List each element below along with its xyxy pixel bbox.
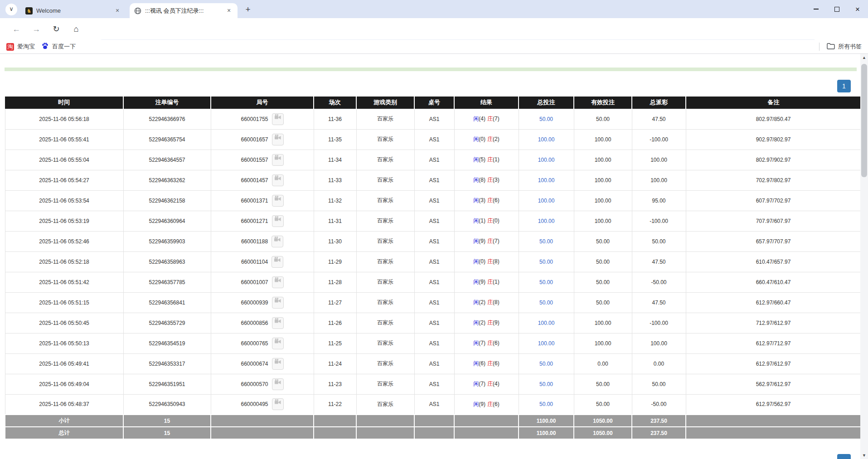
- cell-remark: 612.97/562.97: [686, 394, 861, 415]
- video-replay-icon[interactable]: [272, 276, 284, 288]
- total-bet-link[interactable]: 50.00: [539, 300, 553, 306]
- total-bet-link[interactable]: 100.00: [538, 340, 555, 347]
- cell-remark: 902.97/802.97: [686, 129, 861, 150]
- cell-round-no: 660001371: [211, 190, 314, 211]
- cell-total-bet[interactable]: 100.00: [519, 129, 574, 150]
- video-replay-icon[interactable]: [272, 215, 284, 227]
- tab-close-icon[interactable]: ×: [113, 7, 121, 15]
- tab-close-icon[interactable]: ×: [225, 7, 233, 15]
- total-bet-link[interactable]: 50.00: [539, 279, 553, 285]
- col-round-no: 局号: [211, 97, 314, 109]
- result-player: 闲(1): [473, 217, 485, 224]
- subtotal-row: 小计 15 1100.00 1050.00 237.50: [5, 415, 861, 427]
- cell-total-bet[interactable]: 100.00: [519, 333, 574, 353]
- scrollbar-thumb[interactable]: [861, 64, 867, 177]
- total-bet-link[interactable]: 100.00: [538, 136, 555, 143]
- window-maximize-icon[interactable]: [826, 0, 847, 18]
- cell-valid-bet: 50.00: [574, 374, 632, 394]
- total-bet-link[interactable]: 50.00: [539, 401, 553, 407]
- cell-round-no: 660001007: [211, 272, 314, 292]
- total-bet-link[interactable]: 100.00: [538, 177, 555, 184]
- result-player: 闲(9): [473, 401, 485, 407]
- cell-result: 闲(0)庄(2): [454, 129, 519, 150]
- video-replay-icon[interactable]: [272, 398, 284, 410]
- tab-welcome[interactable]: ♞ Welcome ×: [21, 3, 126, 18]
- video-replay-icon[interactable]: [272, 358, 284, 370]
- cell-total-bet[interactable]: 50.00: [519, 272, 574, 292]
- back-icon[interactable]: ←: [9, 22, 24, 36]
- window-close-icon[interactable]: ×: [847, 0, 868, 18]
- video-replay-icon[interactable]: [272, 297, 284, 309]
- round-number: 660000495: [241, 401, 268, 407]
- vertical-scrollbar[interactable]: ▲ ▼: [860, 54, 868, 459]
- video-replay-icon[interactable]: [272, 338, 284, 349]
- video-replay-icon[interactable]: [272, 256, 283, 268]
- home-icon[interactable]: ⌂: [69, 22, 83, 36]
- total-bet-link[interactable]: 50.00: [539, 259, 553, 265]
- pagination-bottom-button[interactable]: [837, 454, 851, 459]
- table-row: 2025-11-06 05:54:27 522946363262 6600014…: [5, 170, 861, 190]
- cell-payout: -50.00: [632, 272, 686, 292]
- total-bet-link[interactable]: 100.00: [538, 218, 555, 224]
- result-banker: 庄(6): [487, 360, 499, 367]
- tab-search-icon[interactable]: ∨: [5, 4, 17, 15]
- cell-total-bet[interactable]: 50.00: [519, 292, 574, 313]
- all-bookmarks-label[interactable]: 所有书签: [838, 43, 862, 51]
- cell-session: 11-23: [314, 374, 356, 394]
- new-tab-icon[interactable]: +: [242, 4, 254, 16]
- total-bet-link[interactable]: 50.00: [539, 381, 553, 387]
- table-row: 2025-11-06 05:52:46 522946359903 6600011…: [5, 231, 861, 251]
- cell-total-bet[interactable]: 50.00: [519, 109, 574, 129]
- cell-total-bet[interactable]: 50.00: [519, 394, 574, 415]
- cell-total-bet[interactable]: 50.00: [519, 374, 574, 394]
- cell-payout: -100.00: [632, 129, 686, 150]
- cell-table-no: AS1: [414, 353, 454, 374]
- tab-title: :::视讯 会员下注纪录:::: [145, 7, 225, 15]
- cell-remark: 610.47/657.97: [686, 251, 861, 272]
- result-banker: 庄(9): [487, 319, 499, 326]
- reload-icon[interactable]: ↻: [49, 22, 63, 36]
- cell-round-no: 660000674: [211, 353, 314, 374]
- cell-remark: 712.97/612.97: [686, 313, 861, 333]
- total-bet-link[interactable]: 50.00: [539, 238, 553, 245]
- total-bet-link[interactable]: 100.00: [538, 198, 555, 204]
- scroll-up-icon[interactable]: ▲: [860, 54, 868, 61]
- round-number: 660001755: [241, 116, 268, 122]
- cell-total-bet[interactable]: 100.00: [519, 211, 574, 231]
- cell-valid-bet: 100.00: [574, 313, 632, 333]
- result-banker: 庄(3): [487, 177, 499, 183]
- cell-total-bet[interactable]: 100.00: [519, 313, 574, 333]
- cell-total-bet[interactable]: 100.00: [519, 170, 574, 190]
- cell-total-bet[interactable]: 50.00: [519, 353, 574, 374]
- video-replay-icon[interactable]: [272, 317, 284, 329]
- cell-session: 11-36: [314, 109, 356, 129]
- bookmark-taobao[interactable]: 淘 爱淘宝: [6, 43, 35, 51]
- total-bet-link[interactable]: 100.00: [538, 157, 555, 163]
- video-replay-icon[interactable]: [272, 378, 284, 390]
- cell-table-no: AS1: [414, 313, 454, 333]
- total-bet-link[interactable]: 100.00: [538, 320, 555, 326]
- cell-valid-bet: 100.00: [574, 333, 632, 353]
- bookmark-baidu[interactable]: 百度一下: [41, 42, 76, 51]
- welcome-favicon-icon: ♞: [25, 7, 33, 14]
- scroll-down-icon[interactable]: ▼: [860, 452, 868, 459]
- window-minimize-icon[interactable]: [805, 0, 826, 18]
- tab-bet-record[interactable]: :::视讯 会员下注纪录::: ×: [130, 3, 238, 18]
- pagination-page-1-button[interactable]: 1: [837, 80, 851, 92]
- forward-icon[interactable]: →: [29, 22, 44, 36]
- video-replay-icon[interactable]: [272, 236, 283, 247]
- total-bet-link[interactable]: 50.00: [539, 116, 553, 122]
- cell-bet-no: 522946366976: [123, 109, 211, 129]
- video-replay-icon[interactable]: [272, 174, 284, 186]
- cell-total-bet[interactable]: 100.00: [519, 190, 574, 211]
- cell-total-bet[interactable]: 50.00: [519, 251, 574, 272]
- video-replay-icon[interactable]: [272, 154, 284, 166]
- cell-game-type: 百家乐: [356, 231, 414, 251]
- total-bet-link[interactable]: 50.00: [539, 361, 553, 367]
- cell-payout: 0.00: [632, 353, 686, 374]
- video-replay-icon[interactable]: [272, 195, 284, 207]
- video-replay-icon[interactable]: [272, 134, 284, 145]
- video-replay-icon[interactable]: [272, 113, 284, 125]
- cell-total-bet[interactable]: 100.00: [519, 150, 574, 170]
- cell-total-bet[interactable]: 50.00: [519, 231, 574, 251]
